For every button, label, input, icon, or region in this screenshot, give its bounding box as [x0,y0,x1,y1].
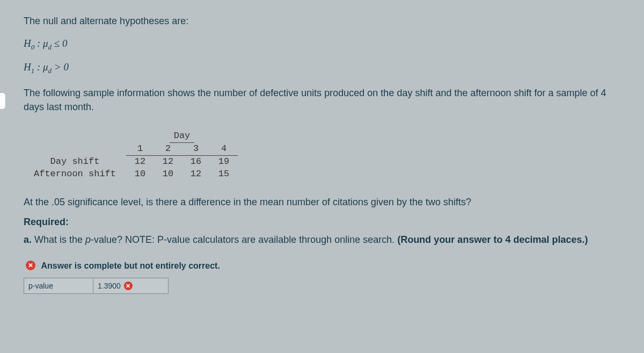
h-op: > 0 [52,61,69,73]
question-prefix: a. [24,234,34,245]
required-label: Required: [24,217,623,228]
cell: 12 [182,168,210,181]
col-header: 3 [182,143,210,155]
sample-paragraph: The following sample information shows t… [24,86,623,114]
answer-row: p-value 1.3900 ✕ [24,278,623,294]
cell: 12 [154,155,182,168]
table-group-header: Day [170,130,195,143]
h-symbol: H [24,38,31,49]
answer-value: 1.3900 [98,282,121,290]
answer-label-cell: p-value [24,278,93,294]
null-hypothesis: H0 : μd ≤ 0 [24,38,623,52]
alt-hypothesis: H1 : μd > 0 [24,61,623,75]
feedback-bar: ✕ Answer is complete but not entirely co… [24,258,623,274]
cell: 16 [182,155,210,168]
h-symbol: H [24,61,31,73]
row-label: Day shift [24,155,126,168]
question-text: What is the [34,234,85,245]
incorrect-icon: ✕ [26,261,35,270]
incorrect-icon: ✕ [124,282,133,290]
h-op: ≤ 0 [52,38,67,49]
col-header: 4 [210,143,238,155]
table-row: Afternoon shift 10 10 12 15 [24,168,238,181]
cell: 12 [126,155,154,168]
cell: 10 [154,168,182,181]
feedback-message: Answer is complete but not entirely corr… [41,261,219,270]
question-text: -value? NOTE: P-value calculators are av… [91,234,397,245]
h-rest: : μ [34,61,48,73]
col-header: 1 [126,143,154,155]
row-label: Afternoon shift [24,168,126,181]
question-a: a. What is the p-value? NOTE: P-value ca… [24,234,623,246]
question-bold: (Round your answer to 4 decimal places.) [397,234,588,245]
h-rest: : μ [34,38,48,49]
cell: 15 [210,168,238,181]
answer-value-cell[interactable]: 1.3900 ✕ [93,278,169,294]
side-handle[interactable] [0,92,6,110]
cell: 10 [126,168,154,181]
significance-question: At the .05 significance level, is there … [24,197,623,208]
data-table: Day 1 2 3 4 Day shift 12 12 16 19 Aftern… [24,130,623,181]
cell: 19 [210,155,238,168]
col-header: 2 [154,143,182,155]
table-row: Day shift 12 12 16 19 [24,155,238,168]
page-content: The null and alternate hypotheses are: H… [0,0,644,305]
p-italic: p [85,234,91,245]
intro-text: The null and alternate hypotheses are: [24,14,623,28]
